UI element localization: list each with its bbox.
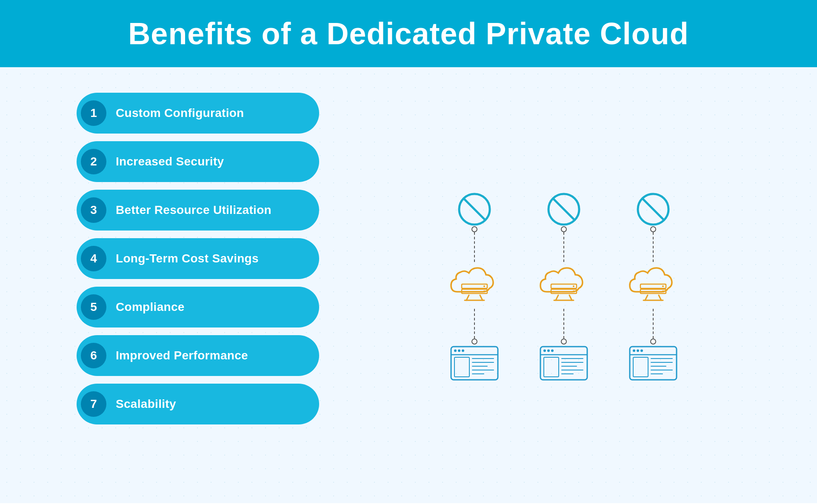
monitor-1 (449, 345, 500, 387)
svg-point-4 (483, 285, 485, 287)
svg-point-33 (551, 349, 554, 352)
benefit-item-4: 4Long-Term Cost Savings (77, 238, 319, 279)
connector-bottom-2 (561, 339, 567, 345)
cloud-server-1 (447, 262, 502, 309)
dashed-bottom-2 (563, 309, 564, 339)
svg-line-47 (659, 295, 661, 300)
svg-point-24 (573, 285, 574, 287)
benefit-number-1: 1 (81, 100, 106, 126)
diagram (447, 184, 681, 387)
svg-rect-34 (544, 357, 559, 377)
connector-top-2 (561, 226, 567, 232)
dashed-top-1 (474, 232, 475, 262)
svg-point-13 (462, 349, 464, 352)
svg-point-12 (458, 349, 460, 352)
connector-bottom-1 (471, 339, 477, 345)
benefit-number-2: 2 (81, 149, 106, 174)
block-icon-3 (636, 192, 670, 226)
diagram-section (345, 67, 817, 503)
cloud-server-3 (626, 262, 681, 309)
benefit-number-7: 7 (81, 391, 106, 417)
page-title: Benefits of a Dedicated Private Cloud (0, 16, 817, 51)
benefit-number-6: 6 (81, 343, 106, 368)
svg-point-45 (662, 290, 664, 292)
svg-line-27 (569, 295, 572, 300)
benefit-number-5: 5 (81, 294, 106, 320)
svg-rect-49 (630, 347, 677, 380)
svg-point-51 (633, 349, 635, 352)
header-section: Benefits of a Dedicated Private Cloud (0, 0, 817, 67)
benefit-item-1: 1Custom Configuration (77, 93, 319, 134)
svg-rect-29 (540, 347, 587, 380)
monitor-3 (628, 345, 679, 387)
cloud-server-2 (536, 262, 591, 309)
svg-point-32 (547, 349, 550, 352)
benefit-label-3: Better Resource Utilization (116, 203, 271, 217)
dashed-bottom-3 (653, 309, 654, 339)
benefit-item-7: 7Scalability (77, 384, 319, 424)
benefit-item-5: 5Compliance (77, 287, 319, 327)
svg-line-1 (464, 199, 485, 220)
svg-point-5 (483, 290, 485, 292)
diagram-column-3 (626, 192, 681, 387)
svg-point-53 (640, 349, 643, 352)
benefit-item-2: 2Increased Security (77, 141, 319, 182)
svg-line-41 (643, 199, 664, 220)
benefit-number-4: 4 (81, 246, 106, 271)
page-wrapper: Benefits of a Dedicated Private Cloud 1C… (0, 0, 817, 504)
dashed-top-2 (563, 232, 564, 262)
svg-line-46 (645, 295, 648, 300)
svg-point-11 (454, 349, 457, 352)
connector-top-3 (650, 226, 656, 232)
benefit-label-6: Improved Performance (116, 349, 248, 362)
benefit-label-1: Custom Configuration (116, 106, 244, 120)
main-content: 1Custom Configuration2Increased Security… (0, 67, 817, 503)
benefit-label-4: Long-Term Cost Savings (116, 252, 259, 265)
dashed-top-3 (653, 232, 654, 262)
svg-rect-14 (454, 357, 469, 377)
block-icon-1 (457, 192, 491, 226)
svg-line-7 (480, 295, 483, 300)
benefit-label-2: Increased Security (116, 155, 224, 168)
connector-top-1 (471, 226, 477, 232)
svg-line-26 (556, 295, 558, 300)
benefit-item-6: 6Improved Performance (77, 335, 319, 376)
benefit-number-3: 3 (81, 197, 106, 223)
svg-rect-54 (633, 357, 648, 377)
dashed-bottom-1 (474, 309, 475, 339)
benefit-item-3: 3Better Resource Utilization (77, 190, 319, 231)
diagram-column-2 (536, 192, 591, 387)
svg-point-25 (573, 290, 574, 292)
benefits-list: 1Custom Configuration2Increased Security… (0, 67, 345, 503)
benefit-label-7: Scalability (116, 397, 176, 411)
diagram-column-1 (447, 192, 502, 387)
svg-point-31 (543, 349, 546, 352)
svg-point-52 (637, 349, 639, 352)
svg-point-44 (662, 285, 664, 287)
svg-line-21 (553, 199, 574, 220)
block-icon-2 (547, 192, 581, 226)
svg-rect-9 (451, 347, 498, 380)
svg-line-6 (466, 295, 469, 300)
benefit-label-5: Compliance (116, 300, 185, 314)
monitor-2 (538, 345, 589, 387)
connector-bottom-3 (650, 339, 656, 345)
